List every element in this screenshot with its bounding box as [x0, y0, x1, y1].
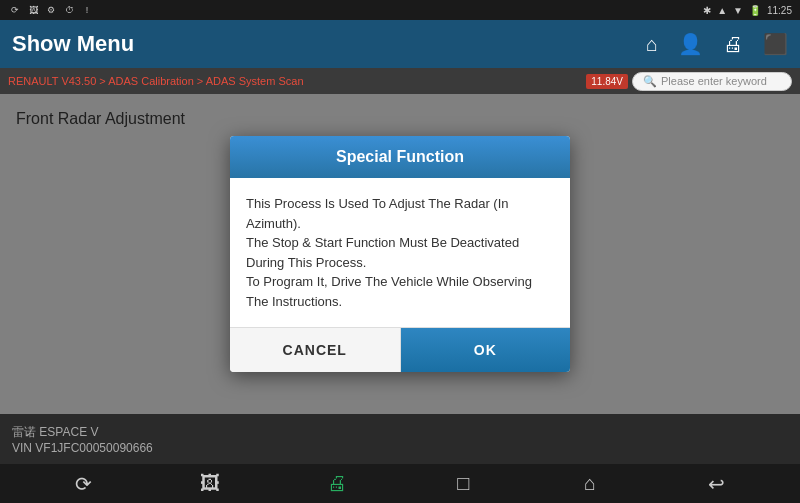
dialog-overlay: Special Function This Process Is Used To… [0, 94, 800, 414]
ok-button[interactable]: OK [401, 328, 571, 372]
image-nav-icon[interactable]: 🖼 [192, 466, 228, 502]
breadcrumb-right: 11.84V 🔍 Please enter keyword [586, 72, 792, 91]
alert-icon: ! [80, 3, 94, 17]
footer-info: 雷诺 ESPACE V VIN VF1JFC00050090666 [0, 414, 800, 464]
status-icons-left: ⟳ 🖼 ⚙ ⏱ ! [8, 3, 94, 17]
print-icon[interactable]: 🖨 [723, 33, 743, 56]
status-right: ✱ ▲ ▼ 🔋 11:25 [703, 5, 792, 16]
exit-icon[interactable]: ⬛ [763, 32, 788, 56]
vehicle-vin: VIN VF1JFC00050090666 [12, 441, 788, 455]
dialog-title: Special Function [336, 148, 464, 165]
wifi-icon: ▲ [717, 5, 727, 16]
dialog-buttons: CANCEL OK [230, 327, 570, 372]
square-nav-icon[interactable]: □ [445, 466, 481, 502]
timer-icon: ⏱ [62, 3, 76, 17]
user-icon[interactable]: 👤 [678, 32, 703, 56]
settings-icon: ⚙ [44, 3, 58, 17]
time-display: 11:25 [767, 5, 792, 16]
bottom-nav: ⟳ 🖼 🖨 □ ⌂ ↩ [0, 464, 800, 503]
header-icons: ⌂ 👤 🖨 ⬛ [646, 32, 788, 56]
dialog: Special Function This Process Is Used To… [230, 136, 570, 372]
home-icon[interactable]: ⌂ [646, 33, 658, 56]
header: Show Menu ⌂ 👤 🖨 ⬛ [0, 20, 800, 68]
dialog-header: Special Function [230, 136, 570, 178]
refresh-icon: ⟳ [8, 3, 22, 17]
voltage-badge: 11.84V [586, 74, 628, 89]
vehicle-name: 雷诺 ESPACE V [12, 424, 788, 441]
photo-icon: 🖼 [26, 3, 40, 17]
status-bar: ⟳ 🖼 ⚙ ⏱ ! ✱ ▲ ▼ 🔋 11:25 [0, 0, 800, 20]
search-box[interactable]: 🔍 Please enter keyword [632, 72, 792, 91]
bluetooth-icon: ✱ [703, 5, 711, 16]
search-placeholder: Please enter keyword [661, 75, 767, 87]
cancel-button[interactable]: CANCEL [230, 328, 401, 372]
signal-icon: ▼ [733, 5, 743, 16]
home-nav-icon[interactable]: ⌂ [572, 466, 608, 502]
dialog-body: This Process Is Used To Adjust The Radar… [230, 178, 570, 327]
breadcrumb: RENAULT V43.50 > ADAS Calibration > ADAS… [8, 75, 304, 87]
header-title: Show Menu [12, 31, 134, 57]
return-nav-icon[interactable]: ↩ [699, 466, 735, 502]
print-nav-icon[interactable]: 🖨 [319, 466, 355, 502]
battery-icon: 🔋 [749, 5, 761, 16]
dialog-message: This Process Is Used To Adjust The Radar… [246, 196, 532, 309]
main-content: Front Radar Adjustment Special Function … [0, 94, 800, 414]
breadcrumb-bar: RENAULT V43.50 > ADAS Calibration > ADAS… [0, 68, 800, 94]
back-nav-icon[interactable]: ⟳ [65, 466, 101, 502]
search-icon: 🔍 [643, 75, 657, 88]
